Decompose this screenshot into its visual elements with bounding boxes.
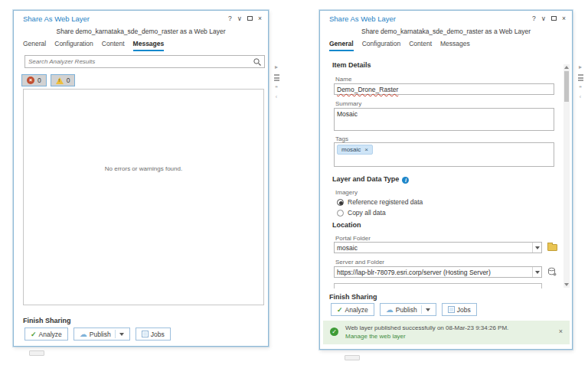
float-window-icon[interactable] [247, 16, 253, 21]
float-window-icon[interactable] [551, 16, 557, 21]
error-count: 0 [38, 77, 41, 84]
errors-filter-button[interactable]: × 0 [21, 74, 47, 86]
portal-folder-value: mosaic [335, 244, 532, 252]
publish-dropdown-icon[interactable] [426, 308, 430, 311]
scroll-down-icon[interactable] [564, 283, 569, 286]
warning-count: 0 [67, 77, 70, 84]
finish-sharing-heading: Finish Sharing [329, 293, 377, 301]
tab-messages[interactable]: Messages [133, 40, 165, 51]
small-mark-icon: ‹ [276, 94, 277, 99]
pane-subtitle: Share demo_karnataka_sde_demo_raster as … [320, 28, 572, 35]
cropped-background-element [29, 350, 44, 356]
tab-bar: General Configuration Content Messages [23, 40, 164, 51]
analyze-button[interactable]: ✓ Analyze [331, 303, 374, 316]
jobs-button[interactable]: Jobs [442, 303, 477, 316]
chevron-right-icon: ▸ [579, 64, 582, 70]
dismiss-message-icon[interactable]: × [559, 328, 563, 335]
tab-general[interactable]: General [23, 40, 46, 51]
window-controls: ? ∨ × [532, 15, 566, 22]
publish-dropdown-icon[interactable] [119, 333, 124, 336]
button-divider [115, 330, 116, 338]
jobs-icon [142, 331, 149, 337]
tab-configuration[interactable]: Configuration [54, 40, 93, 51]
tab-content[interactable]: Content [409, 40, 432, 51]
collapse-pane-icon[interactable]: ∨ [237, 15, 242, 22]
radio-copy-all-data[interactable]: Copy all data [337, 209, 386, 217]
server-dropdown[interactable] [532, 267, 541, 277]
analyzer-results-list[interactable]: No errors or warnings found. [23, 89, 264, 305]
portal-folder-combobox[interactable]: mosaic [334, 242, 542, 253]
publish-cloud-icon: ☁ [386, 306, 394, 314]
finish-sharing-buttons: ✓ Analyze ☁ Publish Jobs [331, 303, 477, 316]
search-input[interactable] [25, 58, 253, 65]
small-mark-icon: ‹ [580, 94, 581, 99]
background-pane-tabs-right: ▸ ❝ ‹ [576, 64, 585, 99]
summary-value: Mosaic [337, 110, 358, 118]
tag-remove-icon[interactable]: × [364, 146, 368, 153]
tag-chip[interactable]: mosaic × [337, 145, 373, 155]
success-message: Web layer published successfully on 08-M… [345, 324, 508, 331]
item-details-heading: Item Details [332, 61, 371, 69]
analyze-check-icon: ✓ [31, 331, 37, 338]
info-icon[interactable]: i [402, 177, 409, 184]
jobs-icon [448, 306, 455, 313]
empty-results-message: No errors or warnings found. [24, 165, 263, 172]
tags-field[interactable]: mosaic × [334, 142, 554, 167]
manage-web-layer-link[interactable]: Manage the web layer [345, 333, 406, 340]
button-divider [421, 305, 422, 314]
analyze-check-icon: ✓ [337, 306, 343, 314]
browse-folder-icon[interactable] [547, 244, 557, 251]
radio-button-unchecked-icon[interactable] [337, 210, 344, 217]
tab-bar: General Configuration Content Messages [329, 40, 470, 51]
background-pane-tabs-left: ▸ ❝ ‹ [272, 64, 281, 99]
list-lines-icon [274, 74, 279, 81]
close-icon[interactable]: × [258, 15, 262, 22]
radio-reference-registered-data[interactable]: Reference registered data [337, 198, 423, 206]
tab-configuration[interactable]: Configuration [362, 40, 401, 51]
server-and-folder-combobox[interactable]: https://lap-blr-78079.esri.corp/server (… [334, 266, 542, 278]
window-controls: ? ∨ × [228, 15, 262, 22]
name-value: Demo_Drone_Raster [337, 86, 398, 93]
warnings-filter-button[interactable]: 0 [51, 74, 76, 86]
help-icon[interactable]: ? [532, 15, 536, 22]
server-and-folder-label: Server and Folder [335, 259, 384, 266]
chevron-down-icon [535, 271, 540, 274]
location-heading: Location [332, 221, 361, 229]
publish-cloud-icon: ☁ [80, 331, 87, 338]
server-and-folder-value: https://lap-blr-78079.esri.corp/server (… [335, 269, 532, 276]
portal-folder-dropdown[interactable] [532, 243, 541, 253]
quote-mark-icon: ❝ [275, 85, 278, 90]
analyze-button[interactable]: ✓ Analyze [24, 328, 68, 341]
summary-field[interactable]: Mosaic [334, 108, 554, 131]
cropped-background-element [345, 355, 360, 360]
imagery-group-label: Imagery [335, 189, 358, 196]
scroll-up-icon[interactable] [564, 66, 569, 69]
jobs-button[interactable]: Jobs [136, 328, 171, 341]
collapse-pane-icon[interactable]: ∨ [541, 15, 546, 22]
tab-general[interactable]: General [329, 40, 354, 51]
analyzer-search-box[interactable] [24, 55, 265, 68]
publish-button[interactable]: ☁ Publish [380, 303, 436, 316]
vertical-scrollbar[interactable] [564, 64, 570, 288]
share-as-web-layer-pane-general: Share As Web Layer ? ∨ × Share demo_karn… [319, 10, 573, 350]
tags-label: Tags [335, 135, 348, 142]
tab-messages[interactable]: Messages [440, 40, 470, 51]
scrollbar-thumb[interactable] [564, 71, 569, 102]
server-database-icon[interactable] [547, 267, 557, 276]
error-icon: × [27, 77, 34, 84]
name-label: Name [335, 76, 351, 83]
name-field[interactable]: Demo_Drone_Raster [334, 83, 554, 95]
pane-title: Share As Web Layer [329, 15, 396, 23]
finish-sharing-heading: Finish Sharing [23, 317, 71, 324]
pane-subtitle: Share demo_karnataka_sde_demo_raster as … [14, 28, 268, 35]
tab-content[interactable]: Content [102, 40, 125, 51]
radio-button-checked-icon[interactable] [337, 199, 344, 206]
partially-visible-field [334, 283, 542, 288]
summary-label: Summary [335, 100, 361, 107]
help-icon[interactable]: ? [228, 15, 232, 22]
chevron-right-icon: ▸ [275, 64, 278, 70]
quote-mark-icon: ❝ [579, 85, 582, 90]
publish-button[interactable]: ☁ Publish [74, 328, 130, 341]
close-icon[interactable]: × [562, 15, 566, 22]
finish-sharing-buttons: ✓ Analyze ☁ Publish Jobs [24, 328, 171, 341]
